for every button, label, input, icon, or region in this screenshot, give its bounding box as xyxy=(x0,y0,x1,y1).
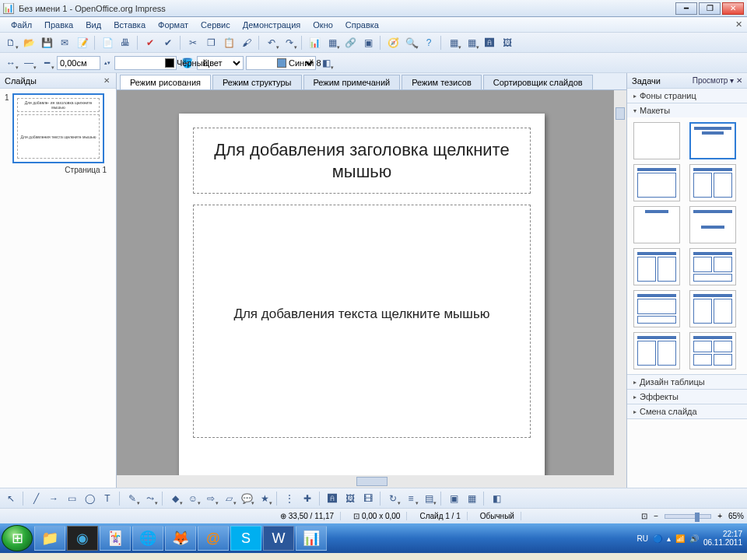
vertical-scrollbar[interactable] xyxy=(614,90,626,475)
select-tool[interactable]: ↖ xyxy=(3,491,19,506)
layout-5[interactable] xyxy=(633,206,680,243)
callouts[interactable]: 💬 xyxy=(239,491,254,506)
taskbar-ooo[interactable]: 📊 xyxy=(296,526,327,551)
section-transition[interactable]: Смена слайда xyxy=(627,404,747,419)
spellcheck-button[interactable]: ✔ xyxy=(142,35,158,51)
arrow-line-tool[interactable]: → xyxy=(46,491,61,506)
menu-tools[interactable]: Сервис xyxy=(195,19,237,31)
rotate-tool[interactable]: ↻ xyxy=(385,491,401,506)
line-style[interactable]: — xyxy=(21,55,37,71)
taskbar-mail[interactable]: @ xyxy=(198,526,229,551)
undo-button[interactable]: ↶ xyxy=(264,35,279,51)
grid-button[interactable]: ▦ xyxy=(446,35,461,51)
menu-format[interactable]: Формат xyxy=(152,19,195,31)
tab-drawing[interactable]: Режим рисования xyxy=(120,75,211,89)
stars[interactable]: ★ xyxy=(257,491,272,506)
fontwork2[interactable]: 🅰 xyxy=(324,491,340,506)
menu-view[interactable]: Вид xyxy=(79,19,107,31)
zoom-slider[interactable] xyxy=(665,514,711,519)
horizontal-scrollbar[interactable] xyxy=(117,475,626,488)
save-button[interactable]: 💾 xyxy=(39,35,54,51)
cut-button[interactable]: ✂ xyxy=(185,35,201,51)
slides-panel-close[interactable]: ✕ xyxy=(102,76,111,86)
line-width-input[interactable] xyxy=(57,56,100,70)
grid2-button[interactable]: ▦ xyxy=(464,35,479,51)
flowcharts[interactable]: ▱ xyxy=(221,491,237,506)
tray-clock[interactable]: 22:17 06.11.2011 xyxy=(703,530,742,547)
zoom-out[interactable]: − xyxy=(654,512,658,520)
tray-chevron-icon[interactable]: ▴ xyxy=(667,534,671,543)
menu-insert[interactable]: Вставка xyxy=(107,19,152,31)
pdf-button[interactable]: 📄 xyxy=(100,35,115,51)
help-button[interactable]: ? xyxy=(421,35,437,51)
taskbar-firefox[interactable]: 🦊 xyxy=(165,526,196,551)
color2-select[interactable] xyxy=(246,56,316,70)
fontwork-button[interactable]: 🅰 xyxy=(482,35,497,51)
edit-doc-button[interactable]: 📝 xyxy=(75,35,90,51)
slideshow-button[interactable]: ▣ xyxy=(360,35,376,51)
connector-tool[interactable]: ⤳ xyxy=(142,491,158,506)
section-layouts-head[interactable]: Макеты xyxy=(627,103,747,117)
zoom-button[interactable]: 🔍 xyxy=(403,35,419,51)
tab-sorter[interactable]: Сортировщик слайдов xyxy=(483,75,593,89)
layout-11[interactable] xyxy=(633,332,680,369)
start-button[interactable]: ⊞ xyxy=(2,525,33,551)
text-tool[interactable]: T xyxy=(100,491,115,506)
taskbar-hp[interactable]: ◉ xyxy=(67,526,98,551)
taskbar-solitaire[interactable]: 🃏 xyxy=(100,526,131,551)
slide-thumbnail-1[interactable]: Для добавле- ия заголовка щелкните мышью… xyxy=(12,93,104,163)
layout-12[interactable] xyxy=(689,332,736,369)
layout-9[interactable] xyxy=(633,290,680,327)
ellipse-tool[interactable]: ◯ xyxy=(82,491,97,506)
layout-8[interactable] xyxy=(689,248,736,285)
tray-flag-icon[interactable]: 🔵 xyxy=(653,534,662,543)
curve-tool[interactable]: ✎ xyxy=(124,491,140,506)
maximize-button[interactable]: ❐ xyxy=(699,2,721,15)
print-button[interactable]: 🖶 xyxy=(117,35,133,51)
slide-canvas[interactable]: Для добавления заголовка щелкните мышью … xyxy=(179,114,545,475)
close-button[interactable]: ✕ xyxy=(722,2,744,15)
hyperlink-button[interactable]: 🔗 xyxy=(342,35,358,51)
tab-notes[interactable]: Режим примечаний xyxy=(303,75,401,89)
from-file[interactable]: 🖼 xyxy=(342,491,358,506)
gallery-button[interactable]: 🖼 xyxy=(500,35,515,51)
fill-bucket[interactable]: 🪣 xyxy=(179,55,195,71)
taskbar-explorer[interactable]: 📁 xyxy=(34,526,65,551)
tray-volume-icon[interactable]: 🔊 xyxy=(689,534,699,543)
fill-type-select[interactable]: Цвет xyxy=(197,56,244,70)
basic-shapes[interactable]: ◆ xyxy=(167,491,183,506)
arrow-tool[interactable]: ↔ xyxy=(3,55,19,71)
shadow-button[interactable]: ◧ xyxy=(318,55,334,71)
symbol-shapes[interactable]: ☺ xyxy=(185,491,201,506)
table-button[interactable]: ▦ xyxy=(324,35,340,51)
title-placeholder[interactable]: Для добавления заголовка щелкните мышью xyxy=(193,128,531,194)
menu-file[interactable]: Файл xyxy=(5,19,38,31)
new-button[interactable]: 🗋 xyxy=(3,35,19,51)
layout-3[interactable] xyxy=(633,164,680,201)
points-tool[interactable]: ⋮ xyxy=(282,491,297,506)
copy-button[interactable]: ❐ xyxy=(203,35,219,51)
layout-10[interactable] xyxy=(689,290,736,327)
taskbar-word[interactable]: W xyxy=(263,526,294,551)
menu-window[interactable]: Окно xyxy=(307,19,339,31)
zoom-fit-icon[interactable]: ⊡ xyxy=(641,512,647,520)
tray-network-icon[interactable]: 📶 xyxy=(675,534,685,543)
layout-6[interactable] xyxy=(689,206,736,243)
tab-outline[interactable]: Режим структуры xyxy=(212,75,302,89)
section-backgrounds[interactable]: Фоны страниц xyxy=(627,89,747,103)
email-button[interactable]: ✉ xyxy=(57,35,72,51)
line-style2[interactable]: ━ xyxy=(39,55,54,71)
section-table-design[interactable]: Дизайн таблицы xyxy=(627,375,747,390)
autospell-button[interactable]: ✔ xyxy=(160,35,176,51)
tasks-view-link[interactable]: Просмотр ▾ ✕ xyxy=(693,76,742,85)
gallery2[interactable]: 🎞 xyxy=(360,491,376,506)
menu-help[interactable]: Справка xyxy=(339,19,385,31)
layout-4[interactable] xyxy=(689,164,736,201)
tab-handout[interactable]: Режим тезисов xyxy=(402,75,482,89)
document-close-button[interactable]: ✕ xyxy=(731,19,747,30)
rect-tool[interactable]: ▭ xyxy=(64,491,79,506)
layout-title-content[interactable] xyxy=(689,122,736,159)
layout-blank[interactable] xyxy=(633,122,680,159)
block-arrows[interactable]: ⇨ xyxy=(203,491,219,506)
menu-edit[interactable]: Правка xyxy=(38,19,79,31)
